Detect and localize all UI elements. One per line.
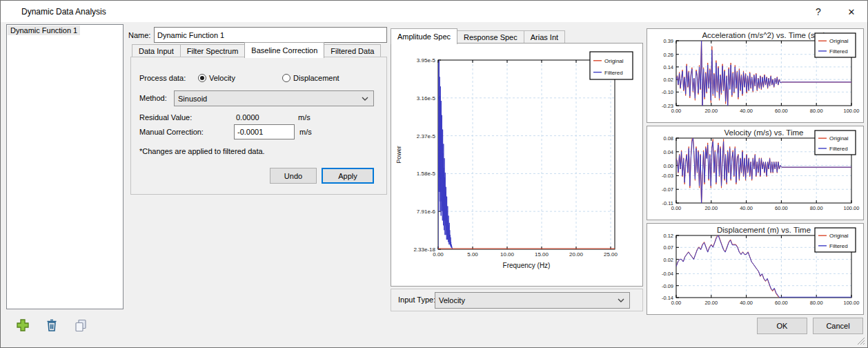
manual-correction-unit: m/s: [299, 128, 312, 136]
close-button[interactable]: ✕: [840, 3, 863, 20]
tab-filtered-data[interactable]: Filtered Data: [324, 44, 381, 58]
svg-text:2.37e-5: 2.37e-5: [417, 133, 436, 139]
input-type-dropdown[interactable]: Velocity: [435, 292, 630, 309]
svg-text:60.00: 60.00: [775, 108, 788, 114]
svg-text:20.00: 20.00: [569, 251, 584, 258]
svg-text:Displacement (m) vs. Time: Displacement (m) vs. Time: [717, 226, 811, 234]
amplitude-spectrum-chart: 0.005.0010.0015.0020.0025.003.95e-53.16e…: [391, 44, 642, 286]
svg-text:Acceleration (m/s^2) vs. Time: Acceleration (m/s^2) vs. Time (sec): [702, 31, 825, 39]
chevron-down-icon: [362, 97, 368, 101]
svg-text:Original: Original: [604, 58, 624, 64]
radio-displacement[interactable]: [282, 74, 290, 82]
svg-text:20.00: 20.00: [704, 108, 718, 114]
svg-text:40.00: 40.00: [740, 300, 753, 306]
method-label: Method:: [139, 94, 167, 102]
svg-text:Original: Original: [829, 38, 849, 44]
plus-icon: [16, 318, 30, 332]
svg-text:Original: Original: [829, 135, 849, 142]
radio-velocity[interactable]: [198, 74, 206, 82]
svg-text:60.00: 60.00: [775, 300, 788, 306]
title-bar: Dynamic Data Analysis ? ✕: [1, 1, 867, 22]
svg-text:0.04: 0.04: [663, 149, 673, 155]
radio-displacement-label[interactable]: Displacement: [293, 74, 339, 82]
delete-function-button[interactable]: [43, 317, 60, 334]
residual-unit: m/s: [298, 113, 310, 122]
velocity-plot-panel: 0.0020.0040.0060.0080.00100.000.080.040.…: [647, 126, 864, 220]
svg-text:Frequency (Hz): Frequency (Hz): [503, 262, 551, 269]
apply-button[interactable]: Apply: [322, 168, 374, 184]
velocity-chart: 0.0020.0040.0060.0080.00100.000.080.040.…: [647, 126, 863, 220]
residual-value-label: Residual Value:: [139, 113, 192, 122]
svg-text:-0.09: -0.09: [662, 283, 673, 289]
svg-text:0.14: 0.14: [663, 64, 673, 70]
residual-value: 0.0000: [236, 113, 259, 122]
radio-velocity-label[interactable]: Velocity: [209, 74, 235, 82]
svg-text:-0.23: -0.23: [662, 103, 673, 109]
svg-text:-0.10: -0.10: [662, 89, 673, 95]
cancel-button[interactable]: Cancel: [813, 318, 863, 334]
svg-text:100.00: 100.00: [844, 205, 860, 211]
duplicate-function-button[interactable]: [72, 317, 89, 334]
svg-text:3.95e-5: 3.95e-5: [417, 57, 436, 64]
dialog-title: Dynamic Data Analysis: [21, 7, 106, 17]
svg-text:3.16e-5: 3.16e-5: [417, 95, 436, 102]
input-type-label: Input Type:: [398, 296, 435, 304]
process-data-label: Process data:: [139, 74, 186, 82]
svg-text:Filtered: Filtered: [829, 146, 848, 152]
baseline-correction-panel: Process data: Velocity Displacement Meth…: [130, 57, 387, 195]
svg-text:7.91e-6: 7.91e-6: [417, 209, 436, 215]
name-input[interactable]: [154, 27, 387, 43]
svg-text:Filtered: Filtered: [604, 70, 623, 76]
editor-tabs: Data Input Filter Spectrum Baseline Corr…: [132, 42, 380, 58]
svg-text:-0.11: -0.11: [662, 200, 673, 206]
svg-text:40.00: 40.00: [740, 108, 753, 114]
input-type-value: Velocity: [439, 296, 465, 304]
svg-text:-0.03: -0.03: [662, 173, 673, 179]
svg-text:0.00: 0.00: [663, 163, 673, 169]
svg-text:0.08: 0.08: [663, 135, 673, 142]
svg-text:0.02: 0.02: [663, 77, 673, 83]
svg-text:80.00: 80.00: [810, 205, 823, 211]
dynamic-data-analysis-dialog: Dynamic Data Analysis ? ✕ Dynamic Functi…: [0, 0, 868, 348]
tab-filter-spectrum[interactable]: Filter Spectrum: [180, 44, 246, 58]
displacement-plot-panel: 0.0020.0040.0060.0080.00100.000.120.070.…: [647, 223, 864, 315]
resize-grip[interactable]: [856, 336, 865, 345]
chevron-down-icon: [618, 298, 624, 302]
name-label: Name:: [128, 31, 150, 39]
svg-text:0.39: 0.39: [663, 38, 673, 44]
tab-arias-int[interactable]: Arias Int: [524, 30, 565, 44]
tab-amplitude-spec[interactable]: Amplitude Spec: [391, 28, 457, 44]
svg-text:5.00: 5.00: [467, 251, 478, 258]
list-item-dynamic-function-1[interactable]: Dynamic Function 1: [8, 26, 80, 35]
help-button[interactable]: ?: [807, 3, 830, 20]
tab-data-input[interactable]: Data Input: [132, 44, 181, 58]
tab-response-spec[interactable]: Response Spec: [457, 30, 524, 44]
ok-button[interactable]: OK: [757, 318, 807, 334]
svg-text:Filtered: Filtered: [829, 48, 848, 55]
svg-text:0.12: 0.12: [663, 233, 673, 239]
method-dropdown[interactable]: Sinusoid: [174, 90, 374, 106]
svg-text:Original: Original: [829, 233, 849, 239]
undo-button[interactable]: Undo: [270, 168, 317, 184]
svg-text:25.00: 25.00: [604, 251, 618, 258]
svg-text:10.00: 10.00: [500, 251, 515, 258]
svg-text:80.00: 80.00: [810, 300, 823, 306]
svg-text:100.00: 100.00: [844, 300, 860, 306]
svg-text:Power: Power: [395, 146, 402, 164]
function-list[interactable]: Dynamic Function 1: [6, 24, 124, 309]
acceleration-plot-panel: 0.0020.0040.0060.0080.00100.000.390.260.…: [647, 28, 864, 123]
svg-text:20.00: 20.00: [704, 300, 718, 306]
spectrum-tabs: Amplitude Spec Response Spec Arias Int: [391, 28, 564, 44]
svg-text:Velocity (m/s) vs. Time: Velocity (m/s) vs. Time: [724, 128, 803, 137]
add-function-button[interactable]: [14, 317, 31, 334]
svg-text:0.26: 0.26: [663, 52, 673, 58]
svg-text:15.00: 15.00: [535, 251, 549, 258]
manual-correction-input[interactable]: [234, 124, 295, 139]
svg-text:-0.04: -0.04: [662, 271, 673, 277]
manual-correction-label: Manual Correction:: [139, 128, 204, 136]
tab-baseline-correction[interactable]: Baseline Correction: [244, 42, 324, 58]
svg-text:60.00: 60.00: [775, 205, 788, 211]
amplitude-spec-panel: 0.005.0010.0015.0020.0025.003.95e-53.16e…: [391, 43, 643, 287]
svg-text:1.58e-5: 1.58e-5: [417, 171, 436, 177]
svg-text:0.02: 0.02: [663, 257, 673, 263]
